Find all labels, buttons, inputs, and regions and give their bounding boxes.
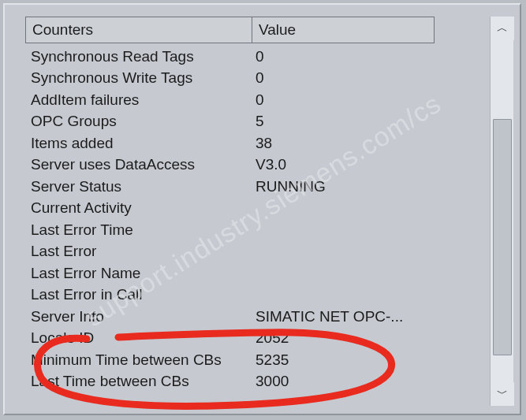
counter-label: Current Activity xyxy=(25,199,252,217)
counter-label: AddItem failures xyxy=(25,91,252,109)
counter-label: Last Error Name xyxy=(25,265,252,282)
table-row[interactable]: Locale ID 2052 xyxy=(25,328,512,350)
counters-table: Counters Value Synchronous Read Tags 0 S… xyxy=(25,17,512,406)
counter-label: Minimum Time between CBs xyxy=(25,351,252,369)
counter-value: 2052 xyxy=(252,329,435,347)
table-row[interactable]: Last Error Time xyxy=(25,219,512,241)
panel-frame: Counters Value Synchronous Read Tags 0 S… xyxy=(3,3,521,415)
table-row[interactable]: Items added 38 xyxy=(25,132,512,154)
table-row[interactable]: Last Error Name xyxy=(25,262,512,284)
counter-value: 5 xyxy=(252,113,435,130)
table-row[interactable]: Last Error in Call xyxy=(25,284,512,307)
counter-label: Server uses DataAccess xyxy=(25,156,252,173)
scroll-thumb[interactable] xyxy=(493,119,512,355)
counter-value: 38 xyxy=(252,135,435,152)
table-row[interactable]: Minimum Time between CBs 5235 xyxy=(25,349,512,371)
scroll-down-arrow-icon[interactable]: ﹀ xyxy=(491,382,514,406)
counter-label: Last Time between CBs xyxy=(25,373,252,390)
table-row[interactable]: Server Status RUNNING xyxy=(25,176,512,198)
table-header-row: Counters Value xyxy=(25,17,512,43)
counter-label: Last Error xyxy=(25,243,252,260)
column-header-counters[interactable]: Counters xyxy=(25,17,252,43)
table-row[interactable]: OPC Groups 5 xyxy=(25,111,512,133)
scroll-up-arrow-icon[interactable]: ︿ xyxy=(491,17,514,40)
column-header-value[interactable]: Value xyxy=(252,17,435,43)
counter-label: Last Error Time xyxy=(25,221,252,239)
vertical-scrollbar[interactable]: ︿ ﹀ xyxy=(490,17,513,406)
counter-value: 0 xyxy=(252,69,435,87)
counter-value: SIMATIC NET OPC-... xyxy=(252,308,435,325)
table-row[interactable]: Current Activity xyxy=(25,198,512,220)
table-row[interactable]: Last Error xyxy=(25,241,512,263)
counter-value: RUNNING xyxy=(252,178,435,195)
counter-value: V3.0 xyxy=(252,156,435,173)
table-row[interactable]: Synchronous Write Tags 0 xyxy=(25,68,512,90)
counter-value: 3000 xyxy=(252,373,435,390)
table-body: Synchronous Read Tags 0 Synchronous Writ… xyxy=(25,43,512,392)
counter-value: 0 xyxy=(252,48,435,65)
counter-label: OPC Groups xyxy=(25,113,252,130)
table-row[interactable]: Synchronous Read Tags 0 xyxy=(25,46,512,68)
table-row[interactable]: Server uses DataAccess V3.0 xyxy=(25,154,512,177)
counter-label: Synchronous Read Tags xyxy=(25,48,252,65)
counter-value: 5235 xyxy=(252,351,435,369)
table-row[interactable]: Server Info SIMATIC NET OPC-... xyxy=(25,306,512,328)
table-row[interactable]: Last Time between CBs 3000 xyxy=(25,371,512,393)
counter-value: 0 xyxy=(252,91,435,109)
counter-label: Last Error in Call xyxy=(25,286,252,303)
table-row[interactable]: AddItem failures 0 xyxy=(25,89,512,111)
counter-label: Synchronous Write Tags xyxy=(25,69,252,87)
counter-label: Server Info xyxy=(25,308,252,325)
counter-label: Locale ID xyxy=(25,329,252,347)
counter-label: Items added xyxy=(25,135,252,152)
counter-label: Server Status xyxy=(25,178,252,195)
